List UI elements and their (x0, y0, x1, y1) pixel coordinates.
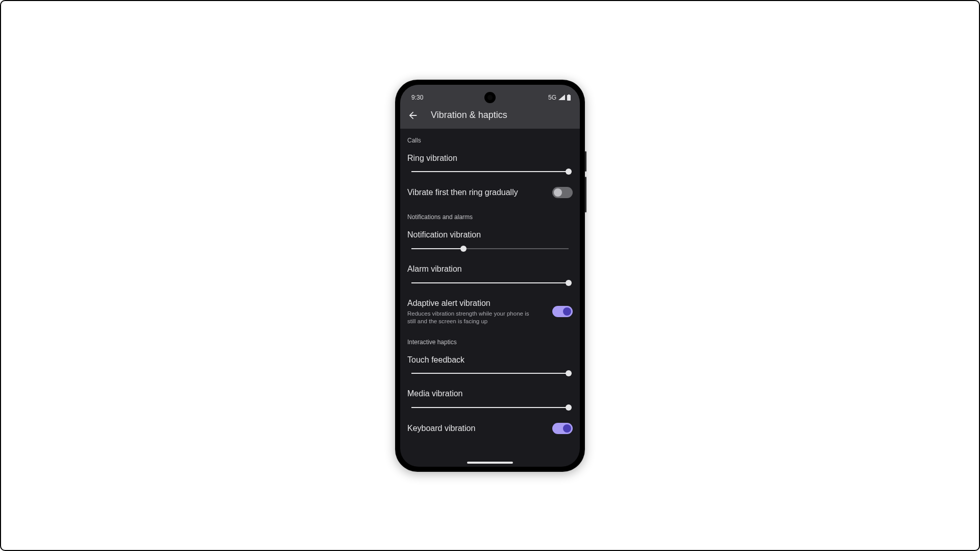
vibrate-first-toggle[interactable] (552, 187, 573, 198)
keyboard-vibration-toggle[interactable] (552, 423, 573, 434)
alarm-vibration-slider[interactable] (411, 280, 569, 286)
svg-rect-0 (567, 95, 571, 101)
keyboard-vibration-label: Keyboard vibration (407, 423, 475, 434)
phone-screen: 9:30 5G Vibration & haptics Calls Ring v… (400, 85, 580, 467)
vibrate-first-label: Vibrate first then ring gradually (407, 187, 518, 198)
alarm-vibration-row: Alarm vibration (407, 259, 573, 277)
side-button-1 (585, 151, 586, 172)
network-label: 5G (548, 94, 556, 101)
vibrate-first-row[interactable]: Vibrate first then ring gradually (407, 182, 573, 200)
page-header: Vibration & haptics (400, 102, 580, 129)
svg-rect-1 (568, 94, 570, 95)
keyboard-vibration-row[interactable]: Keyboard vibration (407, 418, 573, 436)
media-vibration-row: Media vibration (407, 384, 573, 401)
ring-vibration-slider[interactable] (411, 169, 569, 175)
notification-vibration-row: Notification vibration (407, 225, 573, 243)
status-right: 5G (548, 94, 571, 101)
section-header-calls: Calls (407, 129, 573, 148)
adaptive-alert-row[interactable]: Adaptive alert vibration Reduces vibrati… (407, 293, 573, 327)
adaptive-alert-label: Adaptive alert vibration (407, 298, 546, 309)
page-title: Vibration & haptics (431, 110, 507, 121)
status-time: 9:30 (411, 94, 423, 101)
side-button-2 (585, 177, 586, 212)
section-header-notifications: Notifications and alarms (407, 200, 573, 225)
touch-feedback-row: Touch feedback (407, 350, 573, 368)
media-vibration-slider[interactable] (411, 404, 569, 411)
notification-vibration-slider[interactable] (411, 246, 569, 252)
alarm-vibration-label: Alarm vibration (407, 264, 462, 275)
signal-icon (558, 94, 565, 100)
media-vibration-label: Media vibration (407, 389, 463, 399)
notification-vibration-label: Notification vibration (407, 230, 481, 241)
settings-content: Calls Ring vibration Vibrate first then … (400, 129, 580, 456)
adaptive-alert-desc: Reduces vibration strength while your ph… (407, 310, 535, 325)
back-arrow-icon[interactable] (407, 110, 419, 121)
camera-notch (484, 92, 496, 103)
battery-icon (567, 94, 571, 101)
touch-feedback-slider[interactable] (411, 370, 569, 376)
adaptive-alert-toggle[interactable] (552, 306, 573, 317)
ring-vibration-row: Ring vibration (407, 148, 573, 166)
section-header-interactive: Interactive haptics (407, 327, 573, 350)
ring-vibration-label: Ring vibration (407, 153, 457, 164)
phone-frame: 9:30 5G Vibration & haptics Calls Ring v… (395, 80, 585, 472)
touch-feedback-label: Touch feedback (407, 355, 464, 366)
nav-bar-handle[interactable] (467, 462, 513, 464)
